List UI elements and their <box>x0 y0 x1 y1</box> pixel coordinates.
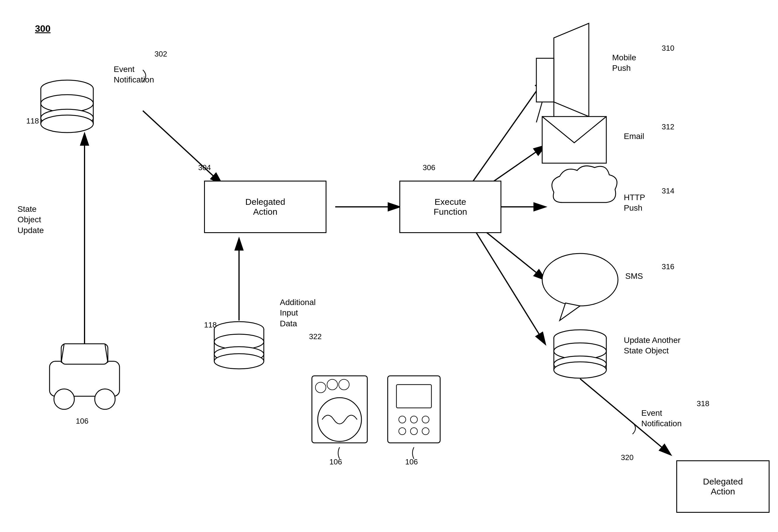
email-label: Email <box>624 131 644 142</box>
ref-322: 322 <box>309 332 321 341</box>
delegated-action-bottom-box: DelegatedAction <box>676 460 770 513</box>
ref-106-washing: 106 <box>329 457 342 466</box>
svg-rect-34 <box>61 344 108 364</box>
svg-point-36 <box>95 389 115 409</box>
ref-118-middle: 118 <box>204 321 217 330</box>
ref-118-top: 118 <box>26 116 39 125</box>
svg-point-57 <box>410 428 417 435</box>
ref-312: 312 <box>662 122 674 131</box>
sms-label: SMS <box>625 271 643 281</box>
svg-point-31 <box>554 362 606 378</box>
diagram-container: 300 118 EventNotification 302 DelegatedA… <box>0 0 778 532</box>
svg-marker-24 <box>560 303 580 321</box>
svg-point-55 <box>422 416 429 423</box>
svg-point-53 <box>399 416 406 423</box>
svg-marker-18 <box>554 23 589 116</box>
svg-point-54 <box>410 416 417 423</box>
ref-318: 318 <box>697 399 709 408</box>
svg-point-6 <box>41 115 93 132</box>
svg-point-49 <box>327 379 337 390</box>
svg-rect-22 <box>542 116 606 163</box>
ref-314: 314 <box>662 186 674 195</box>
svg-point-56 <box>399 428 406 435</box>
ref-302: 302 <box>154 50 167 59</box>
svg-point-48 <box>315 382 326 393</box>
mobile-push-label: MobilePush <box>612 53 636 74</box>
svg-rect-52 <box>396 384 432 408</box>
ref-106-device: 106 <box>405 457 418 466</box>
diagram-title: 300 <box>35 23 51 34</box>
update-state-label: Update AnotherState Object <box>624 335 681 356</box>
svg-point-58 <box>422 428 429 435</box>
ref-306: 306 <box>423 163 435 172</box>
ref-106-car: 106 <box>76 417 88 426</box>
delegated-action-main-box: DelegatedAction <box>204 181 326 233</box>
svg-point-35 <box>54 389 74 409</box>
svg-point-23 <box>542 254 618 306</box>
ref-316: 316 <box>662 262 674 271</box>
svg-rect-19 <box>536 58 554 102</box>
event-notification-label-bottom: EventNotification <box>641 408 682 429</box>
state-object-update-label: StateObjectUpdate <box>17 204 44 236</box>
svg-line-13 <box>469 79 545 186</box>
svg-point-47 <box>318 398 362 441</box>
svg-line-9 <box>143 111 222 184</box>
ref-320: 320 <box>621 453 633 462</box>
svg-point-45 <box>214 354 264 369</box>
event-notification-label-top: EventNotification <box>114 64 154 85</box>
http-push-label: HTTPPush <box>624 192 645 213</box>
execute-function-box: ExecuteFunction <box>399 181 501 233</box>
svg-line-20 <box>536 102 542 122</box>
additional-input-data-label: AdditionalInputData <box>280 297 316 329</box>
svg-point-50 <box>339 379 349 390</box>
svg-line-17 <box>469 221 545 344</box>
ref-304: 304 <box>198 163 211 172</box>
ref-310: 310 <box>662 44 674 53</box>
